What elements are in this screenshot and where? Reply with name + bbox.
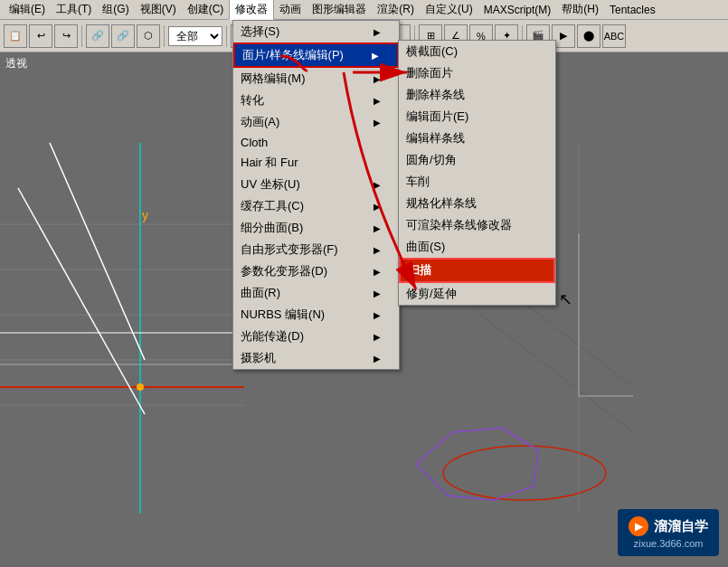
menu-item-uv[interactable]: UV 坐标(U) ▶ (233, 174, 399, 195)
menu-item-convert[interactable]: 转化 ▶ (233, 90, 399, 111)
material-editor-btn[interactable]: ⬤ (577, 24, 600, 48)
patch-spline-submenu: 横截面(C) 删除面片 删除样条线 编辑面片(E) 编辑样条线 圆角/切角 车削… (398, 40, 556, 306)
toolbar-sep-2 (164, 25, 165, 47)
arrow-icon-14: ▶ (373, 354, 381, 364)
arrow-icon-5: ▶ (373, 118, 381, 128)
arrow-icon-8: ▶ (373, 223, 381, 233)
menu-item-parametric[interactable]: 参数化变形器(D) ▶ (233, 260, 399, 282)
watermark-title: 溜溜自学 (654, 518, 708, 535)
watermark-url: zixue.3d66.com (629, 538, 708, 549)
menu-item-patch-spline[interactable]: 面片/样条线编辑(P) ▶ (233, 43, 399, 68)
render-setup-btn[interactable]: ABC (602, 24, 626, 48)
arrow-icon: ▶ (373, 27, 381, 37)
menu-item-nurbs[interactable]: NURBS 编辑(N) ▶ (233, 304, 399, 326)
submenu-fillet-chamfer[interactable]: 圆角/切角 (399, 149, 555, 171)
menu-item-radiosity[interactable]: 光能传递(D) ▶ (233, 326, 399, 347)
svg-point-12 (443, 446, 606, 500)
submenu-delete-patch[interactable]: 删除面片 (399, 62, 555, 84)
arrow-icon-13: ▶ (373, 332, 381, 342)
menu-item-cloth[interactable]: Cloth (233, 133, 399, 152)
menu-item-subdiv[interactable]: 细分曲面(B) ▶ (233, 217, 399, 239)
arrow-icon-11: ▶ (373, 288, 381, 298)
submenu-delete-spline[interactable]: 删除样条线 (399, 84, 555, 106)
menu-item-camera[interactable]: 摄影机 ▶ (233, 347, 399, 369)
svg-line-9 (50, 143, 145, 360)
menu-modifier[interactable]: 修改器 (229, 0, 274, 20)
svg-text:y: y (142, 208, 148, 222)
toolbar-sep-1 (81, 25, 82, 47)
menu-animation[interactable]: 动画 (274, 0, 307, 19)
arrow-icon-12: ▶ (373, 310, 381, 320)
arrow-icon-6: ▶ (373, 180, 381, 190)
menu-create[interactable]: 创建(C) (182, 0, 230, 19)
submenu-trim-extend[interactable]: 修剪/延伸 (399, 283, 555, 305)
submenu-lathe[interactable]: 车削 (399, 171, 555, 193)
menu-group[interactable]: 组(G) (97, 0, 134, 19)
menu-item-ffd[interactable]: 自由形式变形器(F) ▶ (233, 239, 399, 260)
menu-customize[interactable]: 自定义(U) (420, 0, 478, 19)
arrow-icon-3: ▶ (373, 74, 381, 84)
menu-render[interactable]: 渲染(R) (372, 0, 420, 19)
modifier-menu: 选择(S) ▶ 面片/样条线编辑(P) ▶ 网格编辑(M) ▶ 转化 ▶ 动画(… (232, 20, 400, 370)
menu-help[interactable]: 帮助(H) (556, 0, 604, 19)
menu-tools[interactable]: 工具(T) (51, 0, 97, 19)
filter-dropdown[interactable]: 全部 (168, 26, 222, 46)
menu-graph-editor[interactable]: 图形编辑器 (307, 0, 372, 19)
toolbar-btn-3[interactable]: ↪ (54, 24, 78, 48)
menu-item-hair-fur[interactable]: Hair 和 Fur (233, 152, 399, 174)
toolbar-sep-3 (226, 25, 227, 47)
watermark: ▶ 溜溜自学 zixue.3d66.com (618, 509, 719, 556)
menu-item-surface[interactable]: 曲面(R) ▶ (233, 282, 399, 304)
menu-edit[interactable]: 编辑(E) (4, 0, 51, 19)
menu-view[interactable]: 视图(V) (135, 0, 182, 19)
svg-line-8 (18, 188, 145, 414)
arrow-icon-7: ▶ (373, 202, 381, 212)
submenu-edit-patch[interactable]: 编辑面片(E) (399, 106, 555, 128)
submenu-normalize[interactable]: 规格化样条线 (399, 193, 555, 214)
toolbar-btn-6[interactable]: ⬡ (137, 24, 160, 48)
arrow-icon-10: ▶ (373, 267, 381, 277)
arrow-icon-4: ▶ (373, 96, 381, 106)
toolbar-btn-4[interactable]: 🔗 (86, 24, 109, 48)
submenu-renderable-spline[interactable]: 可渲染样条线修改器 (399, 214, 555, 236)
menu-item-select[interactable]: 选择(S) ▶ (233, 21, 399, 43)
menu-item-mesh[interactable]: 网格编辑(M) ▶ (233, 68, 399, 90)
submenu-surface[interactable]: 曲面(S) (399, 236, 555, 258)
menu-tentacles[interactable]: Tentacles (604, 2, 661, 18)
arrow-icon-2: ▶ (372, 51, 379, 61)
watermark-logo-icon: ▶ (629, 516, 648, 536)
svg-marker-13 (416, 428, 538, 500)
arrow-icon-9: ▶ (373, 245, 381, 255)
svg-point-11 (137, 383, 144, 391)
menu-bar[interactable]: 编辑(E) 工具(T) 组(G) 视图(V) 创建(C) 修改器 动画 图形编辑… (0, 0, 728, 20)
toolbar-btn-1[interactable]: 📋 (4, 24, 27, 48)
submenu-edit-spline[interactable]: 编辑样条线 (399, 128, 555, 149)
submenu-cross-section[interactable]: 横截面(C) (399, 41, 555, 62)
toolbar-btn-2[interactable]: ↩ (29, 24, 52, 48)
submenu-sweep[interactable]: 扫描 (399, 258, 555, 283)
menu-item-cache[interactable]: 缓存工具(C) ▶ (233, 195, 399, 217)
toolbar-btn-5[interactable]: 🔗 (111, 24, 135, 48)
menu-item-animation[interactable]: 动画(A) ▶ (233, 111, 399, 133)
menu-maxscript[interactable]: MAXScript(M) (478, 2, 557, 18)
